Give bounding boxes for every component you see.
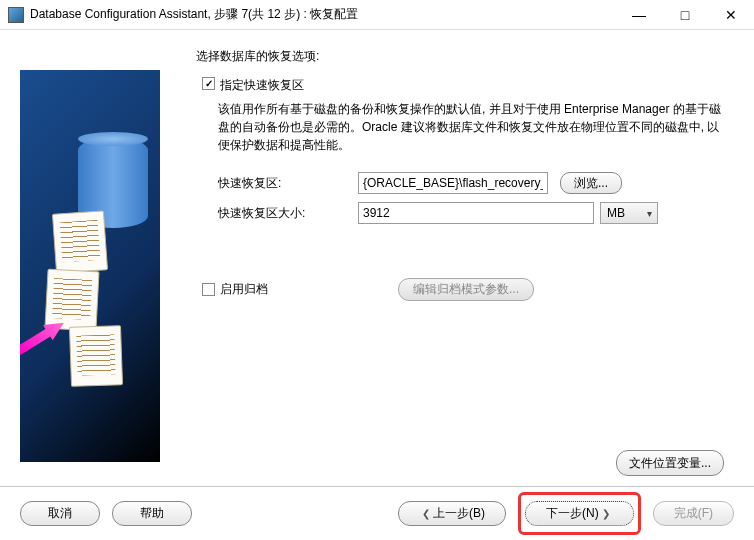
wizard-footer: 取消 帮助 ❮上一步(B) 下一步(N)❯ 完成(F) (0, 486, 754, 540)
fra-size-input[interactable] (358, 202, 594, 224)
fra-path-row: 快速恢复区: 浏览... (218, 172, 730, 194)
fra-size-unit-value: MB (607, 206, 625, 220)
finish-button[interactable]: 完成(F) (653, 501, 734, 526)
titlebar: Database Configuration Assistant, 步骤 7(共… (0, 0, 754, 30)
document-icon (44, 269, 99, 332)
fra-size-row: 快速恢复区大小: MB (218, 202, 730, 224)
main-area: 选择数据库的恢复选项: 指定快速恢复区 该值用作所有基于磁盘的备份和恢复操作的默… (0, 30, 754, 470)
fra-path-label: 快速恢复区: (218, 175, 358, 192)
content-panel: 选择数据库的恢复选项: 指定快速恢复区 该值用作所有基于磁盘的备份和恢复操作的默… (160, 48, 754, 470)
close-button[interactable]: ✕ (708, 0, 754, 30)
chevron-right-icon: ❯ (602, 508, 610, 519)
enable-archive-checkbox[interactable] (202, 283, 215, 296)
fra-description: 该值用作所有基于磁盘的备份和恢复操作的默认值, 并且对于使用 Enterpris… (218, 100, 730, 154)
fra-size-label: 快速恢复区大小: (218, 205, 358, 222)
browse-button[interactable]: 浏览... (560, 172, 622, 194)
file-location-vars-button[interactable]: 文件位置变量... (616, 450, 724, 476)
edit-archive-params-button[interactable]: 编辑归档模式参数... (398, 278, 534, 301)
cancel-button[interactable]: 取消 (20, 501, 100, 526)
sidebar (0, 48, 160, 470)
specify-fra-checkbox[interactable] (202, 77, 215, 90)
document-icon (52, 210, 108, 273)
minimize-button[interactable]: — (616, 0, 662, 30)
fra-size-unit-dropdown[interactable]: MB (600, 202, 658, 224)
back-button-label: 上一步(B) (433, 505, 485, 522)
next-button-highlight: 下一步(N)❯ (518, 492, 641, 535)
window-title: Database Configuration Assistant, 步骤 7(共… (30, 6, 616, 23)
maximize-button[interactable]: □ (662, 0, 708, 30)
specify-fra-label: 指定快速恢复区 (220, 77, 304, 94)
window-controls: — □ ✕ (616, 0, 754, 29)
help-button[interactable]: 帮助 (112, 501, 192, 526)
back-button[interactable]: ❮上一步(B) (398, 501, 506, 526)
app-icon (8, 7, 24, 23)
enable-archive-label: 启用归档 (220, 281, 268, 298)
specify-fra-row: 指定快速恢复区 (202, 77, 730, 94)
next-button-label: 下一步(N) (546, 505, 599, 522)
sidebar-illustration (20, 70, 160, 462)
file-vars-area: 文件位置变量... (616, 450, 724, 476)
section-heading: 选择数据库的恢复选项: (196, 48, 730, 65)
archive-row: 启用归档 编辑归档模式参数... (202, 278, 730, 301)
fra-path-input[interactable] (358, 172, 548, 194)
next-button[interactable]: 下一步(N)❯ (525, 501, 634, 526)
document-icon (69, 325, 123, 387)
chevron-left-icon: ❮ (422, 508, 430, 519)
